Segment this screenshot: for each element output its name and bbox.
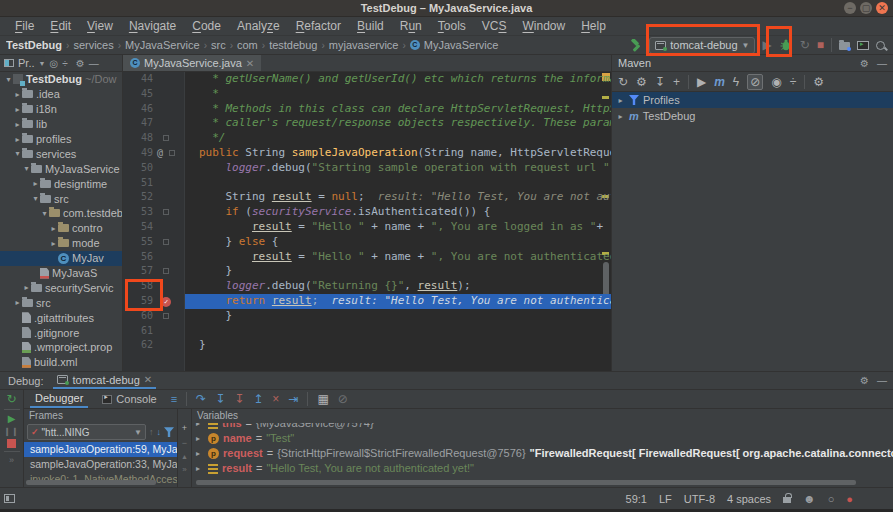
chevron-down-icon[interactable]: ▾ bbox=[40, 209, 49, 218]
code-line-46[interactable]: 46 * Methods in this class can declare H… bbox=[123, 102, 611, 117]
tree-item-myjavaservice[interactable]: ▾MyJavaService bbox=[0, 161, 122, 176]
add-maven-project-icon[interactable]: + bbox=[673, 75, 680, 89]
chevron-right-icon[interactable]: ▸ bbox=[196, 423, 204, 431]
code-line-60[interactable]: 60 } bbox=[123, 309, 611, 324]
chevron-down-icon[interactable]: ▾ bbox=[31, 194, 40, 203]
chevron-down-icon[interactable]: ▾ bbox=[4, 75, 13, 84]
code-line-58[interactable]: 58 logger.debug("Returning {}", result); bbox=[123, 279, 611, 294]
tree-item-myjav[interactable]: CMyJav bbox=[0, 251, 122, 266]
tree-item-src[interactable]: ▸src bbox=[0, 295, 122, 310]
project-structure-icon[interactable] bbox=[839, 42, 850, 50]
close-icon[interactable]: ✕ bbox=[246, 58, 254, 69]
code-line-61[interactable]: 61 bbox=[123, 324, 611, 339]
download-sources-icon[interactable]: ↧ bbox=[655, 75, 665, 89]
layout-menu-icon[interactable]: ≡ bbox=[171, 393, 177, 405]
breadcrumb-item[interactable]: testdebug bbox=[269, 39, 317, 51]
code-line-51[interactable]: 51 bbox=[123, 176, 611, 191]
breadcrumb-item[interactable]: com bbox=[237, 39, 258, 51]
code-line-54[interactable]: 54 result = "Hello " + name + ", You are… bbox=[123, 220, 611, 235]
highlighting-level-icon[interactable]: ☻ bbox=[803, 492, 816, 506]
error-indicator-icon[interactable]: ● bbox=[846, 493, 853, 505]
collapse-all-icon[interactable]: ÷ bbox=[790, 75, 797, 89]
code-line-49[interactable]: 49@ public String sampleJavaOperation(St… bbox=[123, 146, 611, 161]
variable-row-name[interactable]: ▸pname = "Test" bbox=[192, 431, 893, 446]
menu-edit[interactable]: Edit bbox=[43, 19, 78, 33]
tab-console[interactable]: Console bbox=[97, 390, 161, 408]
tree-item-securityservic[interactable]: ▸securityServic bbox=[0, 280, 122, 295]
close-icon[interactable]: ✕ bbox=[876, 2, 888, 14]
chevron-right-icon[interactable]: ▸ bbox=[22, 283, 31, 292]
toolwindow-toggle-icon[interactable] bbox=[4, 494, 15, 503]
filter-icon[interactable] bbox=[164, 427, 174, 437]
fold-marker-icon[interactable] bbox=[163, 239, 169, 245]
maven-item-testdebug[interactable]: ▸mTestDebug bbox=[612, 108, 893, 124]
menu-vcs[interactable]: VCS bbox=[475, 19, 514, 33]
hide-icon[interactable]: — bbox=[877, 375, 887, 386]
code-line-57[interactable]: 57 } bbox=[123, 264, 611, 279]
gear-icon[interactable]: ⚙ bbox=[860, 58, 869, 69]
tree-item-contro[interactable]: ▸contro bbox=[0, 221, 122, 236]
chevron-down-icon[interactable]: ▾ bbox=[13, 149, 22, 158]
frames-scrollbar[interactable] bbox=[26, 480, 156, 485]
execute-goal-icon[interactable]: m bbox=[714, 75, 725, 89]
breadcrumb-item[interactable]: TestDebug bbox=[6, 39, 62, 51]
chevron-right-icon[interactable]: ▸ bbox=[13, 298, 22, 307]
chevron-right-icon[interactable]: ▸ bbox=[13, 120, 22, 129]
drop-frame-icon[interactable]: × bbox=[272, 392, 279, 406]
restart-icon[interactable]: ↻ bbox=[800, 38, 810, 52]
code-line-55[interactable]: 55 } else { bbox=[123, 235, 611, 250]
tree-item-services[interactable]: ▾services bbox=[0, 146, 122, 161]
menu-analyze[interactable]: Analyze bbox=[230, 19, 287, 33]
breadcrumb-item[interactable]: MyJavaService bbox=[125, 39, 200, 51]
frame-row[interactable]: sampleJavaOperation:59, MyJavaService bbox=[24, 442, 177, 457]
menu-file[interactable]: File bbox=[8, 19, 41, 33]
code-line-62[interactable]: 62} bbox=[123, 338, 611, 353]
code-editor[interactable]: 44 * getUserName() and getUserId() etc w… bbox=[123, 72, 611, 371]
move-up-icon[interactable]: ▲ bbox=[181, 453, 188, 460]
code-line-44[interactable]: 44 * getUserName() and getUserId() etc w… bbox=[123, 72, 611, 87]
mute-breakpoints-icon[interactable]: ⊘ bbox=[338, 392, 348, 406]
tree-item-profiles[interactable]: ▸profiles bbox=[0, 132, 122, 147]
search-icon[interactable] bbox=[876, 41, 885, 50]
code-line-50[interactable]: 50 logger.debug("Starting sample operati… bbox=[123, 161, 611, 176]
line-separator[interactable]: LF bbox=[659, 493, 672, 505]
tree-item-src[interactable]: ▾src bbox=[0, 191, 122, 206]
chevron-right-icon[interactable]: ▸ bbox=[13, 90, 22, 99]
editor-tab[interactable]: C MyJavaService.java ✕ bbox=[123, 55, 261, 71]
more-icon[interactable]: » bbox=[182, 465, 186, 474]
collapse-all-icon[interactable]: ÷ bbox=[62, 58, 68, 69]
menu-navigate[interactable]: Navigate bbox=[122, 19, 183, 33]
menu-run[interactable]: Run bbox=[393, 19, 429, 33]
chevron-right-icon[interactable]: ▸ bbox=[196, 461, 204, 476]
remove-watch-icon[interactable]: − bbox=[182, 438, 187, 448]
menu-code[interactable]: Code bbox=[185, 19, 228, 33]
tree-item-idea[interactable]: ▸.idea bbox=[0, 87, 122, 102]
more-icon[interactable]: » bbox=[9, 455, 14, 465]
tree-item-designtime[interactable]: ▸designtime bbox=[0, 176, 122, 191]
code-line-48[interactable]: 48 */ bbox=[123, 131, 611, 146]
variables-scrollbar[interactable] bbox=[196, 480, 856, 485]
chevron-right-icon[interactable]: ▸ bbox=[31, 179, 40, 188]
fold-marker-icon[interactable] bbox=[163, 209, 169, 215]
maximize-icon[interactable]: ▢ bbox=[860, 2, 872, 14]
tree-item-i18n[interactable]: ▸i18n bbox=[0, 102, 122, 117]
code-line-53[interactable]: 53 if (securityService.isAuthenticated()… bbox=[123, 205, 611, 220]
chevron-right-icon[interactable]: ▸ bbox=[49, 239, 58, 248]
breadcrumb-item[interactable]: src bbox=[211, 39, 226, 51]
code-line-52[interactable]: 52 String result = null; result: "Hello … bbox=[123, 190, 611, 205]
step-out-icon[interactable]: ↥ bbox=[253, 392, 263, 406]
skip-tests-icon[interactable]: ⊘ bbox=[747, 74, 763, 90]
project-pane-title[interactable]: Pr.. bbox=[18, 57, 35, 69]
generate-sources-icon[interactable]: ⚙ bbox=[636, 75, 647, 89]
variable-row-this[interactable]: ▸this = {MyJavaService@7574} bbox=[192, 423, 893, 431]
refresh-maven-icon[interactable]: ↻ bbox=[618, 75, 628, 89]
tree-item-mode[interactable]: ▸mode bbox=[0, 236, 122, 251]
chevron-right-icon[interactable]: ▸ bbox=[13, 105, 22, 114]
gear-icon[interactable]: ⚙ bbox=[860, 375, 869, 386]
show-dependencies-icon[interactable]: ◉ bbox=[771, 75, 781, 89]
tab-debugger[interactable]: Debugger bbox=[30, 390, 88, 408]
variable-row-request[interactable]: ▸prequest = {StrictHttpFirewall$StrictFi… bbox=[192, 446, 893, 461]
menu-window[interactable]: Window bbox=[515, 19, 572, 33]
maven-settings-icon[interactable]: ⚙ bbox=[813, 75, 824, 89]
build-hammer-icon[interactable] bbox=[629, 39, 642, 52]
